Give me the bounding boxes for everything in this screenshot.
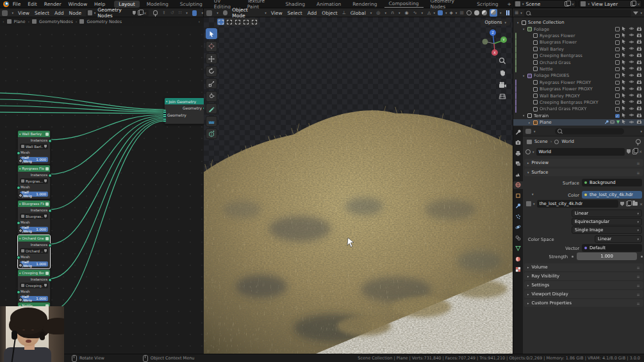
snap-magnet-icon[interactable]: ∩ <box>391 10 394 15</box>
workspace-tab-compositing[interactable]: Compositing <box>384 0 424 8</box>
pin-icon[interactable] <box>153 10 158 15</box>
node-orchard-grass[interactable]: ▾Orchard GrassInstancesOrchard …MeshHalf… <box>17 234 51 269</box>
filter-icon[interactable] <box>633 12 638 15</box>
hide-viewport-eye-icon[interactable] <box>629 26 634 32</box>
add-workspace-button[interactable]: + <box>506 1 513 7</box>
overlays-toggle-icon[interactable]: ◈ <box>449 10 452 15</box>
new-world-icon[interactable] <box>632 149 637 154</box>
blender-logo-icon[interactable] <box>3 1 9 7</box>
mesh-input-socket[interactable] <box>17 256 21 259</box>
world-name-field[interactable]: World <box>536 148 625 156</box>
instances-output-socket[interactable] <box>48 139 52 143</box>
disable-render-camera-icon[interactable] <box>636 33 642 39</box>
viewport-editor-type-icon[interactable] <box>206 10 212 16</box>
weight-slider[interactable]: Half (Weig1.000 <box>20 192 48 197</box>
open-image-icon[interactable] <box>632 202 638 206</box>
exclude-checkbox[interactable]: ✓ <box>615 114 620 119</box>
tool-add-primitive-button[interactable] <box>206 128 217 139</box>
color-space-dropdown[interactable]: Linear▾ <box>595 235 642 243</box>
workspace-tab-rendering[interactable]: Rendering <box>348 1 381 8</box>
node-join-geometry[interactable]: ▾ Join Geometry Geometry Geometry <box>164 97 204 124</box>
disable-render-camera-icon[interactable] <box>636 39 642 45</box>
shading-rendered-icon[interactable] <box>490 9 497 17</box>
hide-viewport-eye-icon[interactable] <box>629 73 634 79</box>
hide-viewport-eye-icon[interactable] <box>629 53 634 59</box>
select-mode-intersect-icon[interactable] <box>251 19 258 25</box>
selectable-icon[interactable] <box>622 79 626 86</box>
panel-ray-visibility[interactable]: ▸Ray Visibility≡ <box>524 272 643 280</box>
geometry-multi-input-socket[interactable] <box>163 110 166 122</box>
panel-preview[interactable]: ▸Preview≡ <box>524 159 643 167</box>
node-datablock[interactable]: Orchard … <box>20 248 48 254</box>
properties-editor[interactable]: ▾ ▾ Scene › World ▾ World ✕ <box>513 126 644 354</box>
disable-render-camera-icon[interactable] <box>636 72 642 79</box>
menu-view[interactable]: View <box>18 10 29 16</box>
proportional-edit-icon[interactable]: ◉ <box>405 10 409 15</box>
select-mode-subtract-icon[interactable] <box>234 19 241 25</box>
scene-selector[interactable]: ▾ Scene ✕ <box>513 0 577 8</box>
refresh-tree-icon[interactable]: ↺ <box>170 10 174 15</box>
node-creeping-bentgr[interactable]: ▾Creeping BentgrInstancesCreeping…MeshHa… <box>17 269 51 304</box>
outliner-row-creeping-bentgrass[interactable]: Creeping Bentgrass <box>513 53 644 59</box>
outliner-row-wall-barley[interactable]: Wall Barley <box>513 46 644 53</box>
selectable-icon[interactable] <box>622 72 626 79</box>
new-node-tree-icon[interactable] <box>138 10 142 15</box>
properties-search-input[interactable] <box>564 128 622 134</box>
source-dropdown[interactable]: Single Image▾ <box>572 226 642 234</box>
menu-select[interactable]: Select <box>288 10 302 16</box>
node-tree-selector[interactable]: ▾ Geometry Nodes ✕ <box>86 10 149 17</box>
exclude-checkbox[interactable] <box>615 81 620 85</box>
hide-viewport-eye-icon[interactable] <box>629 93 634 99</box>
weight-slider[interactable]: Half (Weig1.000 <box>20 157 48 162</box>
strength-socket-dot[interactable] <box>572 256 574 258</box>
outliner-row-orchard-grass[interactable]: Orchard Grass <box>513 59 644 65</box>
select-mode-invert-icon[interactable] <box>242 19 249 25</box>
selectable-icon[interactable] <box>622 33 626 39</box>
selectable-icon[interactable] <box>622 46 626 53</box>
new-view-layer-icon[interactable] <box>631 1 635 6</box>
selectable-icon[interactable] <box>622 119 626 126</box>
panel-surface[interactable]: ▾Surface≡ <box>524 169 643 176</box>
properties-tab-render-icon[interactable] <box>513 139 523 147</box>
copy-image-icon[interactable] <box>626 201 631 206</box>
editor-type-icon[interactable] <box>2 10 8 16</box>
unlink-scene-icon[interactable]: ✕ <box>571 2 574 6</box>
exclude-checkbox[interactable] <box>615 67 620 72</box>
outliner-row-wall-barley-proxy[interactable]: Wall Barley PROXY <box>513 92 644 99</box>
menu-help[interactable]: Help <box>94 1 105 7</box>
image-name-field[interactable]: the_lost_city_4k.hdr <box>537 200 618 208</box>
menu-view[interactable]: View <box>271 10 283 16</box>
viewport-3d[interactable]: Options▾ Z Y X <box>204 17 513 354</box>
panel-settings[interactable]: ▸Settings≡ <box>524 281 643 289</box>
xray-toggle-icon[interactable]: ▦ <box>459 10 464 15</box>
outliner-row-scene-collection[interactable]: ▾Scene Collection <box>513 19 644 26</box>
exclude-checkbox[interactable] <box>615 107 620 111</box>
outliner-display-mode-icon[interactable]: ☰ <box>515 10 518 15</box>
disable-render-camera-icon[interactable] <box>636 93 642 99</box>
outliner-row-orchard-grass-proxy[interactable]: Orchard Grass PROXY <box>513 106 644 112</box>
exclude-checkbox[interactable] <box>615 27 620 31</box>
tool-move-button[interactable] <box>206 53 217 64</box>
menu-add[interactable]: Add <box>308 10 317 16</box>
disable-render-camera-icon[interactable] <box>636 46 642 53</box>
properties-tab-physics-icon[interactable] <box>513 224 523 231</box>
gizmos-toggle-icon[interactable] <box>438 10 443 15</box>
selectable-icon[interactable] <box>622 53 626 59</box>
hide-viewport-eye-icon[interactable] <box>629 99 634 105</box>
hide-viewport-eye-icon[interactable] <box>629 79 634 85</box>
fake-user-icon[interactable] <box>133 11 136 15</box>
node-wall-barley[interactable]: ▾Wall BarleyInstancesWall Barl…MeshHalf … <box>17 130 51 165</box>
hide-viewport-eye-icon[interactable] <box>629 113 634 119</box>
exclude-checkbox[interactable] <box>615 74 620 78</box>
tool-transform-button[interactable] <box>206 91 217 102</box>
unlink-world-icon[interactable]: ✕ <box>639 149 642 154</box>
hide-viewport-eye-icon[interactable] <box>629 46 634 52</box>
disable-render-camera-icon[interactable] <box>636 66 642 72</box>
shading-material-icon[interactable] <box>482 10 487 15</box>
panel-custom-properties[interactable]: ▸Custom Properties≡ <box>524 299 643 307</box>
properties-tab-world-icon[interactable] <box>513 181 523 189</box>
disable-render-camera-icon[interactable] <box>636 119 642 126</box>
menu-node[interactable]: Node <box>69 10 82 16</box>
workspace-tab-animation[interactable]: Animation <box>312 1 345 8</box>
view-layer-selector[interactable]: ▾ View Layer ✕ <box>579 0 642 8</box>
